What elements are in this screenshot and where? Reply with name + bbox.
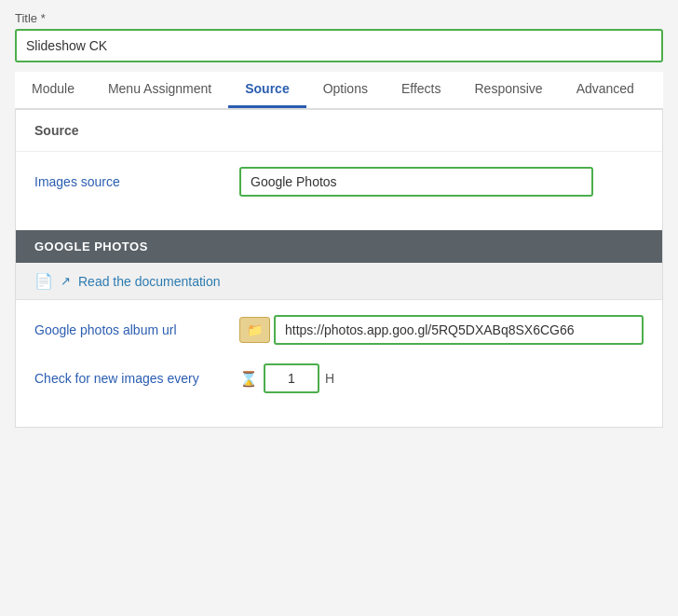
check-interval-label: Check for new images every [34, 371, 239, 386]
images-source-row: Images source Google Photos Local Folder… [34, 167, 644, 197]
title-input[interactable] [15, 29, 663, 62]
source-section-header: Source [16, 110, 662, 152]
images-source-section: Images source Google Photos Local Folder… [16, 152, 662, 230]
tab-source[interactable]: Source [228, 72, 305, 108]
document-icon: 📄 [34, 272, 53, 290]
tab-options[interactable]: Options [306, 72, 385, 108]
tab-menu-assignment[interactable]: Menu Assignment [91, 72, 228, 108]
folder-button[interactable]: 📁 [239, 317, 270, 343]
tab-advanced[interactable]: Advanced [560, 72, 651, 108]
google-photos-header: GOOGLE PHOTOS [16, 230, 662, 263]
external-link-icon: ↗ [61, 274, 71, 288]
tabs-bar: Module Menu Assignment Source Options Ef… [15, 72, 663, 109]
title-section: Title * [15, 11, 663, 62]
tab-responsive[interactable]: Responsive [457, 72, 559, 108]
url-wrapper: 📁 [239, 315, 644, 345]
page-wrapper: Title * Module Menu Assignment Source Op… [0, 0, 678, 616]
album-url-row: Google photos album url 📁 [34, 315, 644, 345]
title-label: Title * [15, 11, 663, 25]
images-source-label: Images source [34, 174, 239, 189]
main-container: Source Images source Google Photos Local… [15, 109, 663, 428]
doc-link[interactable]: Read the documentation [78, 274, 221, 289]
images-source-select[interactable]: Google Photos Local Folder Flickr [239, 167, 593, 197]
tab-module[interactable]: Module [15, 72, 91, 108]
doc-row: 📄 ↗ Read the documentation [16, 263, 662, 300]
timer-icon: ⌛ [239, 370, 258, 388]
tab-effects[interactable]: Effects [385, 72, 458, 108]
interval-wrapper: ⌛ H [239, 363, 334, 393]
album-url-input[interactable] [274, 315, 644, 345]
interval-unit-label: H [325, 371, 334, 386]
album-url-label: Google photos album url [34, 322, 239, 337]
fields-section: Google photos album url 📁 Check for new … [16, 300, 662, 427]
check-interval-row: Check for new images every ⌛ H [34, 363, 644, 393]
check-interval-input[interactable] [264, 363, 319, 393]
